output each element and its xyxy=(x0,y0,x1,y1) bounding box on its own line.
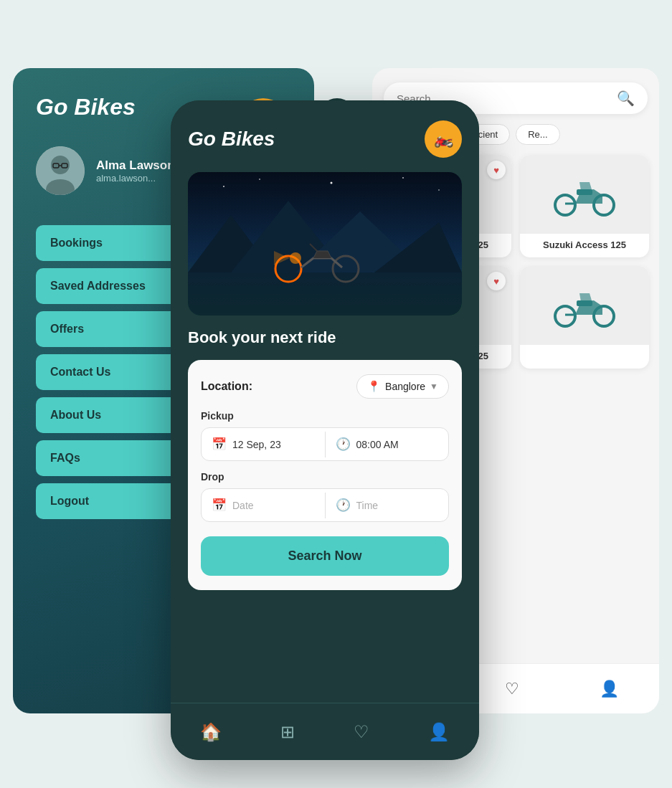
svg-point-15 xyxy=(555,306,575,326)
heart-nav-icon[interactable]: ♡ xyxy=(505,680,519,698)
pickup-group: Pickup 📅 12 Sep, 23 🕐 08:00 AM xyxy=(201,410,449,461)
pickup-date-value: 12 Sep, 23 xyxy=(232,439,281,450)
filter-chip-re[interactable]: Re... xyxy=(516,124,559,145)
location-row: Location: 📍 Banglore ▼ xyxy=(201,374,449,399)
drop-date-field[interactable]: 📅 Date xyxy=(202,489,325,521)
drop-time-field[interactable]: 🕐 Time xyxy=(326,489,449,521)
phone-title: Go Bikes xyxy=(188,128,275,151)
grid-phone-nav-icon[interactable]: ⊞ xyxy=(280,722,295,742)
user-nav-icon[interactable]: 👤 xyxy=(600,680,619,698)
user-email: alma.lawson... xyxy=(96,173,175,184)
svg-point-27 xyxy=(402,177,404,179)
svg-rect-11 xyxy=(577,189,592,195)
phone-content: Go Bikes 🏍️ xyxy=(171,100,479,703)
calendar-icon: 📅 xyxy=(212,437,227,452)
pickup-date-time-row: 📅 12 Sep, 23 🕐 08:00 AM xyxy=(201,427,449,461)
booking-form: Location: 📍 Banglore ▼ Pickup 📅 12 Sep, … xyxy=(188,360,462,590)
favorite-badge[interactable]: ♥ xyxy=(487,272,506,290)
location-label: Location: xyxy=(201,380,252,393)
svg-point-1 xyxy=(51,156,70,174)
heart-phone-nav-icon[interactable]: ♡ xyxy=(354,722,369,742)
user-phone-nav-icon[interactable]: 👤 xyxy=(428,722,450,742)
calendar-drop-icon: 📅 xyxy=(212,498,227,513)
svg-point-24 xyxy=(223,186,224,187)
svg-point-28 xyxy=(438,189,440,191)
svg-point-26 xyxy=(331,182,333,184)
avatar xyxy=(36,146,85,195)
svg-rect-23 xyxy=(188,272,462,315)
drop-date-placeholder: Date xyxy=(232,500,254,511)
bike-card[interactable] xyxy=(520,266,649,369)
phone-header: Go Bikes 🏍️ xyxy=(188,120,462,158)
drop-time-placeholder: Time xyxy=(356,500,379,511)
pickup-label: Pickup xyxy=(201,410,449,422)
user-info: Alma Lawson alma.lawson... xyxy=(96,158,175,184)
location-value: Banglore xyxy=(385,381,425,392)
user-name: Alma Lawson xyxy=(96,158,175,173)
drop-label: Drop xyxy=(201,471,449,483)
location-select[interactable]: 📍 Banglore ▼ xyxy=(356,374,449,399)
chevron-down-icon: ▼ xyxy=(430,381,438,391)
moto-badge: 🏍️ xyxy=(425,120,462,158)
book-ride-text: Book your next ride xyxy=(188,328,462,347)
bike-name xyxy=(520,345,649,358)
svg-rect-17 xyxy=(577,300,592,306)
phone-modal: Go Bikes 🏍️ xyxy=(171,100,479,760)
clock-icon: 🕐 xyxy=(336,437,351,452)
bike-name: Suzuki Access 125 xyxy=(520,234,649,257)
drop-group: Drop 📅 Date 🕐 Time xyxy=(201,471,449,522)
svg-point-32 xyxy=(290,252,301,264)
search-icon: 🔍 xyxy=(617,90,635,107)
bike-card[interactable]: Suzuki Access 125 xyxy=(520,155,649,257)
hero-image xyxy=(188,172,462,315)
drop-date-time-row: 📅 Date 🕐 Time xyxy=(201,488,449,522)
pin-icon: 📍 xyxy=(367,380,381,393)
clock-drop-icon: 🕐 xyxy=(336,498,351,513)
pickup-time-value: 08:00 AM xyxy=(356,439,399,450)
pickup-date-field[interactable]: 📅 12 Sep, 23 xyxy=(202,428,325,460)
svg-point-25 xyxy=(259,179,260,180)
home-nav-icon[interactable]: 🏠 xyxy=(200,722,222,742)
pickup-time-field[interactable]: 🕐 08:00 AM xyxy=(326,428,449,460)
favorite-badge[interactable]: ♥ xyxy=(487,161,506,179)
phone-bottom-nav: 🏠 ⊞ ♡ 👤 xyxy=(171,703,479,760)
search-now-button[interactable]: Search Now xyxy=(201,536,449,576)
svg-point-9 xyxy=(555,195,575,215)
